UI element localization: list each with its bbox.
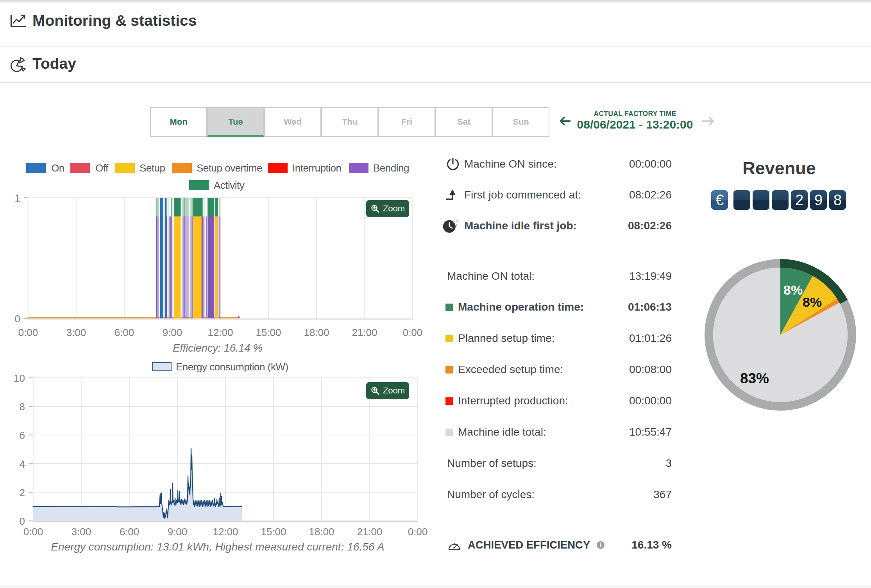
svg-text:83%: 83% (740, 370, 769, 386)
svg-text:6:00: 6:00 (114, 327, 134, 338)
svg-text:0:00: 0:00 (408, 526, 428, 538)
svg-text:10: 10 (14, 372, 25, 384)
svg-text:21:00: 21:00 (357, 526, 382, 538)
svg-text:9:00: 9:00 (168, 526, 188, 538)
svg-text:z: z (456, 218, 458, 222)
svg-text:18:00: 18:00 (309, 526, 334, 538)
svg-text:4: 4 (20, 458, 25, 470)
svg-text:0:00: 0:00 (403, 327, 423, 338)
svg-text:0:00: 0:00 (23, 526, 43, 538)
svg-text:9:00: 9:00 (163, 327, 182, 338)
svg-text:12:00: 12:00 (213, 526, 238, 538)
svg-text:8: 8 (20, 401, 25, 413)
svg-text:3:00: 3:00 (72, 526, 91, 538)
svg-text:21:00: 21:00 (352, 327, 377, 338)
svg-text:18:00: 18:00 (304, 327, 329, 338)
svg-text:1: 1 (15, 192, 20, 204)
svg-text:12:00: 12:00 (207, 327, 233, 338)
svg-text:6: 6 (20, 429, 25, 441)
svg-text:8%: 8% (803, 295, 822, 309)
svg-text:0: 0 (15, 313, 20, 325)
svg-text:15:00: 15:00 (261, 526, 286, 538)
svg-text:z: z (452, 219, 455, 225)
svg-text:z: z (455, 223, 457, 227)
svg-text:15:00: 15:00 (256, 327, 281, 338)
svg-text:8%: 8% (783, 282, 803, 297)
svg-text:6:00: 6:00 (120, 526, 140, 538)
svg-text:3:00: 3:00 (66, 327, 86, 338)
svg-text:0: 0 (20, 515, 25, 527)
svg-text:0:00: 0:00 (18, 327, 38, 338)
svg-text:2: 2 (20, 487, 25, 499)
